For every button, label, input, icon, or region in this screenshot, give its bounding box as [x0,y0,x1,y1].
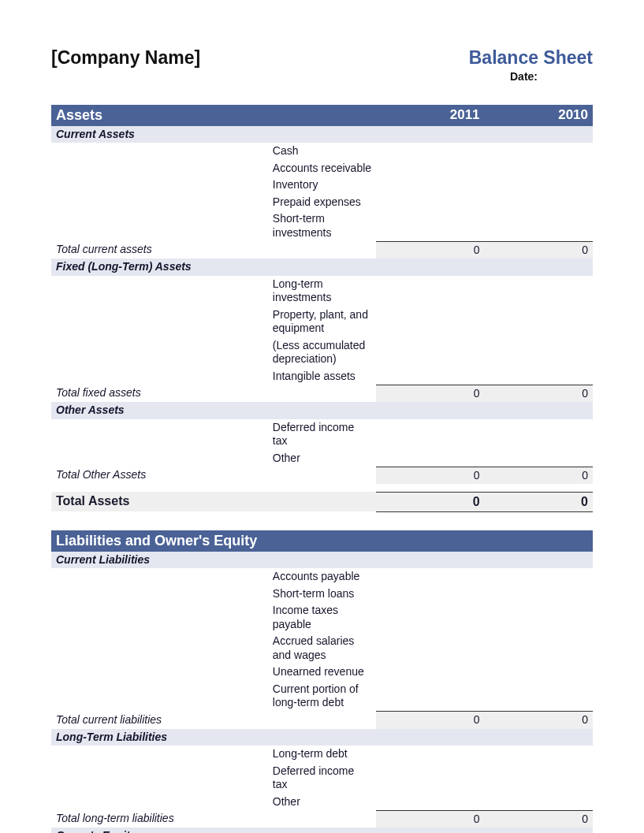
cell-value[interactable] [485,276,593,307]
total-label: Total Other Assets [51,467,376,484]
subhead-label: Fixed (Long-Term) Assets [51,258,593,276]
cell-value[interactable] [485,307,593,337]
line-item: Long-term debt [268,746,376,763]
subhead-current-assets: Current Assets [51,126,593,143]
line-item: Intangible assets [268,368,376,385]
subhead-label: Long-Term Liabilities [51,729,593,746]
cell-value[interactable] [376,763,484,794]
total-value: 0 [376,385,484,402]
cell-value[interactable] [485,177,593,194]
cell-value[interactable] [376,746,484,763]
cell-value[interactable] [376,586,484,603]
total-value: 0 [485,241,593,258]
cell-value[interactable] [376,177,484,194]
line-item: Deferred income tax [268,763,376,794]
line-item: Other [268,794,376,811]
cell-value[interactable] [485,210,593,241]
cell-value[interactable] [376,337,484,368]
cell-value[interactable] [485,681,593,712]
cell-value[interactable] [485,368,593,385]
subhead-label: Current Liabilities [51,552,593,569]
cell-value[interactable] [485,194,593,211]
cell-value[interactable] [376,664,484,681]
line-item: Accounts receivable [268,160,376,177]
total-value: 0 [485,385,593,402]
total-value: 0 [376,467,484,484]
grand-total-value: 0 [376,492,484,511]
grand-total-value: 0 [485,492,593,511]
subhead-label: Other Assets [51,402,593,419]
cell-value[interactable] [485,337,593,368]
total-other-assets: Total Other Assets 0 0 [51,467,593,484]
section-title: Liabilities and Owner's Equity [51,530,593,552]
subhead-label: Owner's Equity [51,827,593,833]
cell-value[interactable] [485,450,593,467]
cell-value[interactable] [485,568,593,586]
line-item: Long-term investments [268,276,376,307]
section-assets: Assets 2011 2010 [51,105,593,126]
total-value: 0 [376,712,484,729]
line-item: Short-term loans [268,586,376,603]
total-current-assets: Total current assets 0 0 [51,241,593,258]
cell-value[interactable] [376,160,484,177]
document-title: Balance Sheet [469,47,593,69]
line-item: (Less accumulated depreciation) [268,337,376,368]
cell-value[interactable] [376,194,484,211]
grand-total-label: Total Assets [51,492,376,511]
total-longterm-liabilities: Total long-term liabilities 0 0 [51,810,593,827]
section-title: Assets [51,105,376,126]
cell-value[interactable] [485,746,593,763]
line-item: Prepaid expenses [268,194,376,211]
line-item: Short-term investments [268,210,376,241]
header: [Company Name] Balance Sheet Date: [51,47,593,83]
cell-value[interactable] [376,633,484,664]
total-value: 0 [485,810,593,827]
cell-value[interactable] [376,419,484,450]
cell-value[interactable] [376,143,484,160]
line-item: Unearned revenue [268,664,376,681]
cell-value[interactable] [376,568,484,586]
total-label: Total long-term liabilities [51,810,376,827]
line-item: Accrued salaries and wages [268,633,376,664]
line-item: Current portion of long-term debt [268,681,376,712]
total-value: 0 [376,810,484,827]
cell-value[interactable] [376,368,484,385]
total-value: 0 [485,712,593,729]
section-liabilities-equity: Liabilities and Owner's Equity [51,530,593,552]
subhead-label: Current Assets [51,126,593,143]
cell-value[interactable] [376,210,484,241]
balance-sheet-table: Assets 2011 2010 Current Assets Cash Acc… [51,105,593,833]
total-assets: Total Assets 0 0 [51,492,593,511]
cell-value[interactable] [376,450,484,467]
total-value: 0 [376,241,484,258]
cell-value[interactable] [376,681,484,712]
line-item: Deferred income tax [268,419,376,450]
total-label: Total fixed assets [51,385,376,402]
cell-value[interactable] [376,602,484,633]
total-label: Total current liabilities [51,712,376,729]
date-label: Date: [469,70,593,83]
cell-value[interactable] [485,794,593,811]
total-current-liabilities: Total current liabilities 0 0 [51,712,593,729]
line-item: Accounts payable [268,568,376,586]
cell-value[interactable] [485,664,593,681]
line-item: Other [268,450,376,467]
subhead-current-liabilities: Current Liabilities [51,552,593,569]
title-block: Balance Sheet Date: [469,47,593,83]
cell-value[interactable] [485,143,593,160]
cell-value[interactable] [485,586,593,603]
cell-value[interactable] [376,794,484,811]
line-item: Income taxes payable [268,602,376,633]
cell-value[interactable] [485,633,593,664]
subhead-owners-equity: Owner's Equity [51,827,593,833]
cell-value[interactable] [485,602,593,633]
cell-value[interactable] [485,763,593,794]
total-fixed-assets: Total fixed assets 0 0 [51,385,593,402]
year-col-1: 2011 [376,105,484,126]
line-item: Property, plant, and equipment [268,307,376,337]
cell-value[interactable] [485,160,593,177]
cell-value[interactable] [485,419,593,450]
subhead-other-assets: Other Assets [51,402,593,419]
cell-value[interactable] [376,276,484,307]
cell-value[interactable] [376,307,484,337]
